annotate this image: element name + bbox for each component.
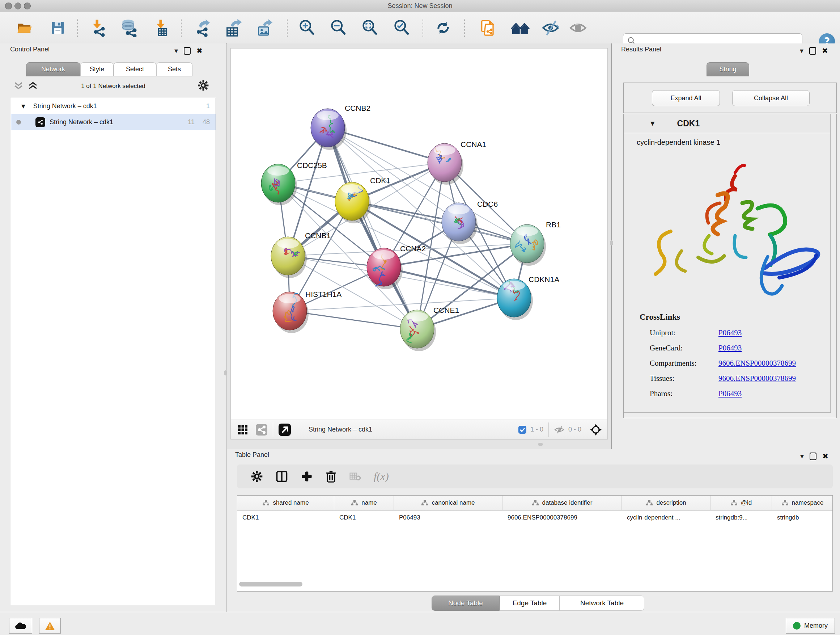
zoom-out-button[interactable] [327,17,349,39]
tab-style[interactable]: Style [80,62,114,76]
table-cell[interactable]: stringdb:9... [711,514,772,521]
delete-column-button[interactable] [325,470,337,483]
tab-edge-table[interactable]: Edge Table [500,595,560,611]
scrollbar-thumb[interactable] [239,582,302,586]
float-panel-icon[interactable]: ▼ [800,454,804,459]
tab-node-table[interactable]: Node Table [431,595,500,611]
column-header-name[interactable]: name [334,496,394,510]
zoom-selected-button[interactable] [391,17,412,39]
network-canvas[interactable]: CCNB2CCNA1CDC25BCDK1CDC6RB1CCNB1CCNA2CDK… [231,48,608,420]
node-label-CDKN1A: CDKN1A [529,275,559,283]
close-panel-icon[interactable]: ✖ [822,452,829,461]
tab-network-table[interactable]: Network Table [560,595,644,611]
toolbar-separator [464,19,465,37]
column-header-canonical-name[interactable]: canonical name [394,496,502,510]
column-header-shared-name[interactable]: shared name [237,496,334,510]
collapse-triangle-icon[interactable]: ▼ [21,103,25,109]
import-network-database-button[interactable] [118,17,141,39]
delete-table-button[interactable] [349,471,362,482]
network-edge[interactable] [290,311,417,329]
open-session-button[interactable] [14,17,35,39]
tab-string[interactable]: String [706,62,749,76]
crosslink-label: Tissues: [650,374,718,383]
crosslink-value-link[interactable]: 9606.ENSP00000378699 [718,359,796,368]
results-vertical-scrollbar[interactable] [830,114,836,418]
protein-section-header[interactable]: ▼ CDK1 [624,114,836,133]
tab-sets[interactable]: Sets [156,62,193,76]
clone-network-button[interactable] [477,17,499,39]
table-cell[interactable]: 9606.ENSP00000378699 [502,514,622,521]
network-options-gear-button[interactable] [197,80,209,91]
table-cell[interactable]: CDK1 [334,514,394,521]
column-type-icon [646,500,653,506]
export-network-button[interactable] [192,17,213,39]
zoom-fit-icon [361,19,379,37]
detach-view-button[interactable] [278,423,291,436]
title-bar: Session: New Session [0,0,840,12]
maximize-panel-icon[interactable] [809,47,816,55]
table-cell[interactable]: P06493 [394,514,502,521]
tab-network[interactable]: Network [26,62,80,76]
grid-view-button[interactable] [237,424,248,435]
function-builder-button[interactable]: f(x) [374,470,389,483]
crosslink-value-link[interactable]: P06493 [718,389,742,398]
export-table-button[interactable] [223,17,245,39]
table-horizontal-scrollbar[interactable] [237,581,832,587]
apply-layout-button[interactable] [432,17,454,39]
close-panel-icon[interactable]: ✖ [196,46,202,55]
network-collection-label: String Network – cdk1 [33,103,97,110]
zoom-in-button[interactable] [296,17,317,39]
selected-counts: 1 - 0 [531,426,543,433]
node-label-CCNB2: CCNB2 [345,104,370,112]
float-panel-icon[interactable]: ▼ [800,48,804,54]
export-image-button[interactable] [254,17,276,39]
crosslink-value-link[interactable]: P06493 [718,344,742,353]
import-table-button[interactable] [151,17,173,39]
column-header-description[interactable]: description [622,496,711,510]
node-label-CCNA2: CCNA2 [400,244,426,253]
float-panel-icon[interactable]: ▼ [174,48,178,54]
tab-select[interactable]: Select [114,62,156,76]
table-header-row: shared namenamecanonical namedatabase id… [237,496,832,510]
column-header-label: database identifier [542,499,592,507]
crosslink-value-link[interactable]: P06493 [718,328,742,337]
cloud-status-button[interactable] [9,618,32,633]
network-row-label: String Network – cdk1 [50,119,113,126]
expand-all-button[interactable]: Expand All [652,90,720,106]
maximize-panel-icon[interactable] [184,47,191,55]
node-label-CCNB1: CCNB1 [305,231,331,240]
network-edge[interactable] [328,128,417,329]
birdseye-toggle-button[interactable] [589,423,602,436]
create-column-button[interactable] [301,470,313,483]
save-session-button[interactable] [47,17,69,39]
network-view-area: CCNB2CCNA1CDC25BCDK1CDC6RB1CCNB1CCNA2CDK… [227,43,611,449]
warnings-button[interactable] [39,618,61,633]
main-toolbar: ? [0,12,840,44]
zoom-fit-button[interactable] [359,17,381,39]
table-cell[interactable]: stringdb [772,514,833,521]
show-columns-button[interactable] [275,470,288,483]
maximize-panel-icon[interactable] [810,453,816,460]
horizontal-splitter[interactable] [227,440,611,449]
show-all-button[interactable] [567,17,589,39]
table-row[interactable]: CDK1CDK1P064939606.ENSP00000378699cyclin… [237,510,832,525]
table-options-gear-button[interactable] [251,470,263,483]
close-panel-icon[interactable]: ✖ [822,46,828,55]
collapse-all-button[interactable]: Collapse All [732,90,810,106]
panel-splitter-handle[interactable] [610,241,613,245]
crosslink-value-link[interactable]: 9606.ENSP00000378699 [718,374,796,383]
hide-selected-button[interactable] [540,17,561,39]
first-neighbors-button[interactable] [509,17,531,39]
column-header-namespace[interactable]: namespace [772,496,833,510]
network-view-button[interactable] [256,424,268,436]
results-horizontal-scrollbar[interactable] [624,412,831,418]
network-collection-row[interactable]: ▼ String Network – cdk1 1 [11,98,216,114]
memory-button[interactable]: Memory [786,618,835,633]
column-header-@id[interactable]: @id [711,496,772,510]
table-cell[interactable]: CDK1 [237,514,334,521]
import-network-file-button[interactable] [88,17,109,39]
hidden-counts: 0 - 0 [568,426,581,433]
table-cell[interactable]: cyclin-dependent ... [622,514,711,521]
column-header-database-identifier[interactable]: database identifier [502,496,622,510]
network-row-selected[interactable]: String Network – cdk1 11 48 [11,114,216,130]
